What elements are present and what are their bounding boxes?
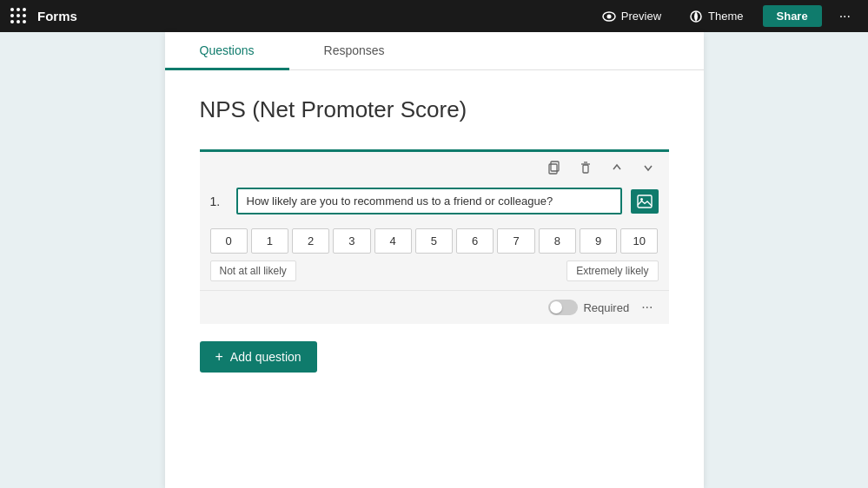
share-button[interactable]: Share — [763, 5, 822, 27]
nps-cell-10[interactable]: 10 — [620, 228, 658, 254]
required-label: Required — [583, 301, 629, 314]
question-toolbar — [200, 152, 669, 182]
app-name: Forms — [37, 9, 77, 23]
nps-cell-1[interactable]: 1 — [251, 228, 288, 254]
svg-point-1 — [606, 14, 611, 18]
svg-rect-8 — [638, 195, 652, 208]
delete-icon[interactable] — [575, 159, 596, 179]
question-input-wrapper — [236, 188, 622, 214]
form-container: Questions Responses NPS (Net Promoter Sc… — [165, 32, 704, 488]
form-body: NPS (Net Promoter Score) — [165, 70, 704, 390]
toggle-knob — [550, 301, 562, 313]
question-more-icon[interactable]: ··· — [636, 298, 658, 317]
tab-bar: Questions Responses — [165, 32, 704, 70]
nps-cell-6[interactable]: 6 — [456, 228, 494, 254]
svg-point-9 — [640, 198, 643, 201]
nps-scale: 0 1 2 3 4 5 6 7 8 9 10 — [200, 223, 669, 257]
nps-cell-7[interactable]: 7 — [497, 228, 534, 254]
preview-button[interactable]: Preview — [593, 6, 670, 27]
move-down-icon[interactable] — [638, 159, 659, 179]
required-toggle[interactable] — [548, 300, 578, 315]
more-icon: ··· — [839, 9, 851, 23]
tab-questions[interactable]: Questions — [165, 33, 289, 70]
svg-rect-4 — [549, 164, 557, 174]
top-navigation: Forms Preview Theme Share ··· — [0, 0, 868, 32]
nps-cell-3[interactable]: 3 — [333, 228, 370, 254]
main-area: Questions Responses NPS (Net Promoter Sc… — [0, 32, 868, 488]
question-number: 1. — [210, 195, 228, 208]
nps-cell-0[interactable]: 0 — [210, 228, 248, 254]
add-question-button[interactable]: + Add question — [200, 341, 317, 373]
nps-cell-5[interactable]: 5 — [415, 228, 453, 254]
nps-cell-9[interactable]: 9 — [580, 228, 617, 254]
share-label: Share — [777, 10, 808, 23]
required-toggle-wrapper: Required — [548, 300, 629, 315]
move-up-icon[interactable] — [606, 159, 627, 179]
nps-label-high: Extremely likely — [567, 260, 658, 281]
theme-icon — [689, 10, 703, 23]
svg-rect-5 — [583, 165, 588, 173]
copy-icon[interactable] — [544, 159, 565, 179]
svg-rect-3 — [551, 162, 559, 171]
nps-cell-4[interactable]: 4 — [374, 228, 412, 254]
nps-labels: Not at all likely Extremely likely — [200, 257, 669, 290]
tab-responses[interactable]: Responses — [289, 33, 420, 70]
question-text-input[interactable] — [236, 188, 622, 214]
form-title: NPS (Net Promoter Score) — [200, 96, 669, 123]
nps-cell-2[interactable]: 2 — [292, 228, 329, 254]
question-row: 1. — [200, 182, 669, 223]
theme-label: Theme — [708, 10, 743, 23]
app-grid-icon[interactable] — [10, 8, 27, 24]
add-question-plus-icon: + — [215, 349, 223, 365]
theme-button[interactable]: Theme — [680, 6, 752, 27]
question-card: 1. 0 1 2 — [200, 149, 669, 324]
preview-label: Preview — [621, 10, 661, 23]
more-options-button[interactable]: ··· — [832, 5, 858, 28]
nps-label-low: Not at all likely — [210, 260, 296, 281]
image-button[interactable] — [631, 189, 659, 214]
grid-dots-icon — [10, 8, 27, 24]
preview-icon — [602, 10, 616, 23]
required-row: Required ··· — [200, 290, 669, 324]
add-question-label: Add question — [230, 350, 301, 364]
nps-cell-8[interactable]: 8 — [539, 228, 576, 254]
